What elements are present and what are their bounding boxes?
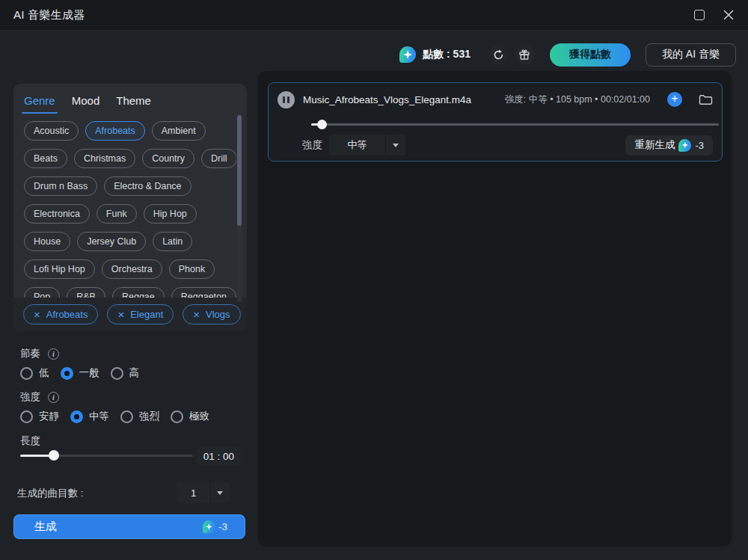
earn-points-button[interactable]: 獲得點數 [550,43,631,67]
genre-chip-reggaeton[interactable]: Reggaeton [171,287,236,298]
tab-mood[interactable]: Mood [72,94,100,111]
length-value: 01 : 00 [197,446,241,466]
scrollbar-thumb[interactable] [237,115,242,226]
genre-chip-drum-n-bass[interactable]: Drum n Bass [24,176,97,196]
regenerate-button[interactable]: 重新生成 -3 [625,135,713,156]
genre-chip-beats[interactable]: Beats [24,149,67,168]
refresh-points-button[interactable] [488,45,509,65]
selected-tag-elegant[interactable]: × Elegant [107,304,174,324]
tempo-section-label: 節奏 i [20,347,59,360]
player-intensity-value: 中等 [329,138,385,152]
gift-button[interactable] [515,45,535,65]
genre-chip-acoustic[interactable]: Acoustic [24,121,79,141]
chevron-down-icon[interactable] [386,144,405,147]
pause-button[interactable] [278,91,295,108]
track-count-value: 1 [177,487,210,499]
tab-genre[interactable]: Genre [24,94,55,111]
tag-list-scrollbar[interactable] [237,114,242,302]
playback-slider[interactable] [311,123,719,126]
my-ai-music-button[interactable]: 我的 AI 音樂 [646,43,736,67]
maximize-icon[interactable] [694,10,705,20]
radio-icon[interactable] [171,410,183,423]
genre-chip-hip-hop[interactable]: Hip Hop [144,204,197,224]
tab-theme[interactable]: Theme [116,94,151,111]
points-balance: 點數 : 531 [423,48,470,61]
generate-cost: -3 [218,521,227,532]
length-label: 長度 [20,434,40,448]
intensity-option-extreme[interactable]: 極致 [171,410,209,423]
player-intensity-dropdown[interactable]: 中等 [329,135,405,156]
genre-chip-afrobeats[interactable]: Afrobeats [85,121,145,141]
genre-chip-rnb[interactable]: R&B [67,287,105,298]
folder-icon [699,93,713,105]
tempo-radio-group: 低 一般 高 [20,366,139,380]
intensity-info-icon[interactable]: i [48,392,59,403]
gift-icon [518,49,530,61]
length-slider[interactable] [20,455,193,457]
genre-chip-electro-dance[interactable]: Electro & Dance [104,176,191,196]
intensity-option-medium[interactable]: 中等 [70,410,109,423]
close-icon[interactable] [723,9,735,21]
tempo-label: 節奏 [20,347,40,360]
radio-icon[interactable] [120,410,133,423]
track-count-dropdown[interactable]: 1 [177,482,229,503]
genre-chip-pop[interactable]: Pop [24,287,60,298]
title-bar: AI 音樂生成器 [0,0,748,31]
genre-row: Acoustic Afrobeats Ambient [24,121,220,141]
player-footer-row: 強度 中等 重新生成 -3 [278,135,713,156]
add-track-button[interactable]: + [667,92,682,107]
regenerate-cost: -3 [695,140,704,151]
remove-tag-icon[interactable]: × [117,309,124,320]
genre-chip-drill[interactable]: Drill [201,149,236,168]
genre-row: Electronica Funk Hip Hop [24,204,220,224]
generate-button[interactable]: 生成 -3 [13,514,245,539]
track-count-label: 生成的曲目數 : [17,487,84,500]
genre-chip-electronica[interactable]: Electronica [24,204,90,224]
remove-tag-icon[interactable]: × [34,309,40,320]
playback-slider-handle[interactable] [317,120,327,129]
tempo-option-normal[interactable]: 一般 [61,366,99,380]
chevron-down-icon[interactable] [211,491,229,495]
radio-icon[interactable] [20,367,33,380]
intensity-radio-group: 安靜 中等 強烈 極致 [20,410,209,423]
selected-tag-label: Elegant [130,309,163,320]
top-action-row: 點數 : 531 獲得點數 我的 AI 音樂 [399,43,736,67]
regenerate-label: 重新生成 [634,138,675,152]
genre-chip-house[interactable]: House [24,232,70,251]
radio-icon[interactable] [20,410,33,423]
intensity-option-strong[interactable]: 強烈 [120,410,159,423]
player-header-row: Music_Afrobeats_Vlogs_Elegant.m4a 強度: 中等… [278,90,713,109]
genre-chip-ambient[interactable]: Ambient [152,121,206,141]
playback-progress-row [278,115,713,133]
genre-chip-lofi-hip-hop[interactable]: Lofi Hip Hop [24,259,95,279]
track-player-card[interactable]: Music_Afrobeats_Vlogs_Elegant.m4a 強度: 中等… [268,82,723,161]
credits-coin-icon [399,46,416,63]
tempo-option-low[interactable]: 低 [20,366,49,380]
length-slider-handle[interactable] [49,450,59,461]
selected-tag-afrobeats[interactable]: × Afrobeats [23,304,98,324]
window-title: AI 音樂生成器 [13,8,85,22]
open-folder-button[interactable] [699,93,713,105]
radio-icon-selected[interactable] [61,367,73,380]
genre-chip-orchestra[interactable]: Orchestra [102,259,162,279]
genre-chip-jersey-club[interactable]: Jersey Club [77,232,146,251]
earn-points-label: 獲得點數 [569,48,611,61]
genre-chip-country[interactable]: Country [142,149,194,168]
intensity-section-label: 強度 i [20,390,59,404]
genre-chip-christmas[interactable]: Christmas [74,149,135,168]
tempo-option-high[interactable]: 高 [111,366,140,380]
genre-chip-funk[interactable]: Funk [96,204,137,224]
genre-row: House Jersey Club Latin [24,232,220,251]
genre-chip-latin[interactable]: Latin [153,232,192,251]
genre-chip-phonk[interactable]: Phonk [169,259,215,279]
my-ai-music-label: 我的 AI 音樂 [662,48,720,61]
intensity-option-quiet[interactable]: 安靜 [20,410,59,423]
remove-tag-icon[interactable]: × [193,309,200,320]
selected-tag-vlogs[interactable]: × Vlogs [183,304,240,324]
tempo-info-icon[interactable]: i [48,348,59,360]
radio-icon[interactable] [111,367,123,380]
selected-tag-label: Vlogs [206,309,230,320]
genre-chip-reggae[interactable]: Reggae [112,287,165,298]
player-intensity-label: 強度 [302,138,322,152]
radio-icon-selected[interactable] [70,410,83,423]
